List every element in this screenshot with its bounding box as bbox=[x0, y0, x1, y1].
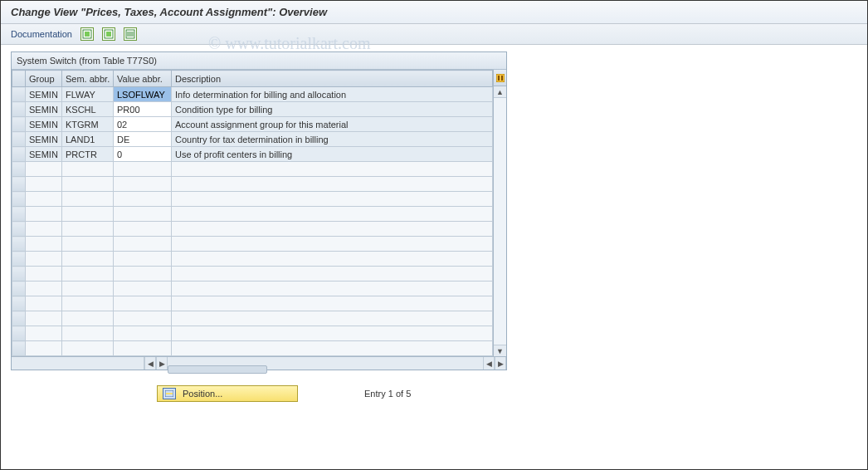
cell-val[interactable] bbox=[114, 222, 172, 237]
cell-val[interactable] bbox=[114, 267, 172, 282]
row-selector[interactable] bbox=[12, 296, 26, 311]
cell-desc bbox=[172, 296, 493, 311]
table-row[interactable] bbox=[12, 326, 493, 341]
table-row[interactable]: SEMINKSCHLPR00Condition type for billing bbox=[12, 102, 493, 117]
horizontal-scrollbar[interactable]: ◀ ▶ ◀ ▶ bbox=[12, 356, 506, 370]
row-selector[interactable] bbox=[12, 147, 26, 162]
cell-desc bbox=[172, 267, 493, 282]
cell-desc bbox=[172, 177, 493, 192]
table-row[interactable] bbox=[12, 296, 493, 311]
cell-sem bbox=[62, 222, 114, 237]
col-header-desc[interactable]: Description bbox=[172, 71, 493, 87]
cell-val[interactable] bbox=[114, 192, 172, 207]
hscroll-last[interactable]: ▶ bbox=[495, 357, 506, 370]
cell-desc bbox=[172, 252, 493, 267]
cell-desc bbox=[172, 222, 493, 237]
cell-group bbox=[26, 311, 62, 326]
row-selector[interactable] bbox=[12, 102, 26, 117]
vscroll-track[interactable] bbox=[494, 98, 506, 345]
table-row[interactable]: SEMINKTGRM02Account assignment group for… bbox=[12, 117, 493, 132]
row-selector[interactable] bbox=[12, 311, 26, 326]
cell-val[interactable] bbox=[114, 252, 172, 267]
row-selector[interactable] bbox=[12, 237, 26, 252]
table-row[interactable] bbox=[12, 162, 493, 177]
row-selector[interactable] bbox=[12, 267, 26, 282]
row-selector[interactable] bbox=[12, 207, 26, 222]
row-selector-header[interactable] bbox=[12, 71, 26, 87]
cell-val[interactable]: PR00 bbox=[114, 102, 172, 117]
col-header-group[interactable]: Group bbox=[26, 71, 62, 87]
table-row[interactable] bbox=[12, 311, 493, 326]
toolbar-icon-2[interactable] bbox=[102, 27, 115, 41]
cell-desc: Country for tax determination in billing bbox=[172, 132, 493, 147]
row-selector[interactable] bbox=[12, 162, 26, 177]
row-selector[interactable] bbox=[12, 87, 26, 102]
row-selector[interactable] bbox=[12, 177, 26, 192]
table-row[interactable] bbox=[12, 252, 493, 267]
row-selector[interactable] bbox=[12, 252, 26, 267]
cell-val[interactable] bbox=[114, 282, 172, 296]
cell-group bbox=[26, 177, 62, 192]
data-grid[interactable]: Group Sem. abbr. Value abbr. Description… bbox=[12, 70, 493, 356]
row-selector[interactable] bbox=[12, 282, 26, 296]
cell-val[interactable] bbox=[114, 207, 172, 222]
hscroll-first[interactable]: ◀ bbox=[144, 357, 156, 370]
table-row[interactable] bbox=[12, 267, 493, 282]
table-row[interactable]: SEMINPRCTR0Use of profit centers in bill… bbox=[12, 147, 493, 162]
cell-desc: Info determination for billing and alloc… bbox=[172, 87, 493, 102]
hscroll-left[interactable]: ▶ bbox=[156, 357, 168, 370]
cell-group bbox=[26, 341, 62, 356]
table-row[interactable] bbox=[12, 237, 493, 252]
toolbar-icon-3[interactable] bbox=[124, 27, 137, 41]
toolbar: Documentation bbox=[1, 24, 867, 45]
cell-val[interactable] bbox=[114, 296, 172, 311]
scroll-up-arrow[interactable]: ▲ bbox=[494, 86, 506, 98]
cell-val[interactable] bbox=[114, 311, 172, 326]
documentation-link[interactable]: Documentation bbox=[11, 29, 72, 39]
cell-val[interactable]: 0 bbox=[114, 147, 172, 162]
cell-group bbox=[26, 252, 62, 267]
cell-sem: FLWAY bbox=[62, 87, 114, 102]
position-label: Position... bbox=[183, 389, 222, 399]
toolbar-icon-1[interactable] bbox=[80, 27, 94, 41]
cell-val[interactable] bbox=[114, 341, 172, 356]
cell-val[interactable] bbox=[114, 237, 172, 252]
footer: Position... Entry 1 of 5 bbox=[11, 370, 857, 402]
row-selector[interactable] bbox=[12, 326, 26, 341]
table-row[interactable] bbox=[12, 341, 493, 356]
cell-group: SEMIN bbox=[26, 87, 62, 102]
cell-val[interactable] bbox=[114, 177, 172, 192]
row-selector[interactable] bbox=[12, 132, 26, 147]
cell-val[interactable] bbox=[114, 162, 172, 177]
svg-rect-8 bbox=[498, 76, 500, 81]
table-row[interactable] bbox=[12, 192, 493, 207]
table-row[interactable] bbox=[12, 282, 493, 296]
row-selector[interactable] bbox=[12, 117, 26, 132]
title-bar: Change View "Prices, Taxes, Account Assi… bbox=[1, 1, 867, 24]
cell-val[interactable]: DE bbox=[114, 132, 172, 147]
table-row[interactable]: SEMINLAND1DECountry for tax determinatio… bbox=[12, 132, 493, 147]
cell-val[interactable] bbox=[114, 326, 172, 341]
config-columns-icon[interactable] bbox=[494, 70, 506, 86]
table-row[interactable] bbox=[12, 222, 493, 237]
cell-val[interactable]: 02 bbox=[114, 117, 172, 132]
table-row[interactable] bbox=[12, 177, 493, 192]
col-header-sem[interactable]: Sem. abbr. bbox=[62, 71, 114, 87]
cell-val[interactable]: LSOFLWAY bbox=[114, 87, 172, 102]
hscroll-right[interactable]: ◀ bbox=[483, 357, 495, 370]
cell-sem bbox=[62, 192, 114, 207]
position-button[interactable]: Position... bbox=[157, 385, 298, 402]
row-selector[interactable] bbox=[12, 192, 26, 207]
row-selector[interactable] bbox=[12, 341, 26, 356]
cell-sem bbox=[62, 252, 114, 267]
col-header-val[interactable]: Value abbr. bbox=[114, 71, 172, 87]
row-selector[interactable] bbox=[12, 222, 26, 237]
hscroll-thumb[interactable] bbox=[168, 365, 267, 374]
cell-sem bbox=[62, 237, 114, 252]
vertical-scrollbar[interactable]: ▲ ▼ bbox=[493, 70, 506, 356]
cell-desc bbox=[172, 162, 493, 177]
cell-desc: Account assignment group for this materi… bbox=[172, 117, 493, 132]
scroll-down-arrow[interactable]: ▼ bbox=[494, 345, 506, 356]
table-row[interactable]: SEMINFLWAYLSOFLWAYInfo determination for… bbox=[12, 87, 493, 102]
table-row[interactable] bbox=[12, 207, 493, 222]
